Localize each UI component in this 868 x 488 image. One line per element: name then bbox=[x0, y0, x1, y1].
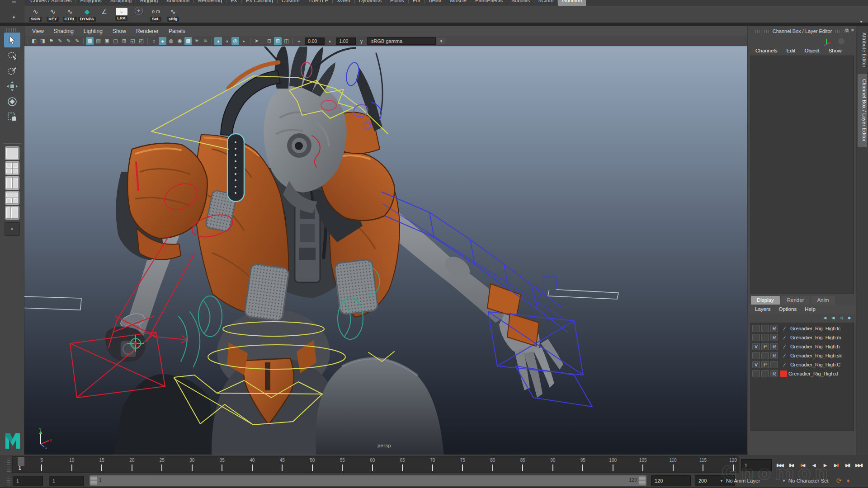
range-slider-grip[interactable] bbox=[7, 476, 10, 486]
range-handle-end[interactable] bbox=[639, 476, 646, 485]
layer-playback-toggle[interactable]: P bbox=[761, 343, 769, 350]
viewport-canvas[interactable]: persp Y x z bbox=[24, 46, 747, 455]
channel-box-titlebar[interactable]: Channel Box / Layer Editor ⧉ ✕ bbox=[748, 26, 856, 36]
scale-tool[interactable] bbox=[4, 109, 20, 124]
layer-name[interactable]: Grenadier_Rig_High:m bbox=[790, 335, 841, 340]
lights-icon[interactable]: ◉ bbox=[176, 37, 184, 45]
menu-fur[interactable]: Fur bbox=[409, 0, 425, 6]
dropdown-arrow-icon[interactable]: ▼ bbox=[437, 38, 445, 44]
timeline-grip[interactable] bbox=[7, 457, 10, 472]
side-tab-channel-box-layer-editor[interactable]: Channel Box / Layer Editor bbox=[858, 74, 867, 147]
shelf-button-dynpa[interactable]: ◆DYNPA bbox=[79, 6, 95, 23]
toolbox-grip[interactable] bbox=[6, 28, 18, 32]
channelbox-menu-edit[interactable]: Edit bbox=[782, 48, 800, 53]
layer-visible-toggle[interactable]: V bbox=[752, 343, 760, 350]
wireframe-on-shaded-icon[interactable]: ▩ bbox=[184, 37, 192, 45]
menu-dynamics[interactable]: Dynamics bbox=[355, 0, 386, 6]
layout-single-button[interactable] bbox=[5, 146, 19, 160]
menu-curves-surfaces[interactable]: Curves / Surfaces bbox=[26, 0, 75, 6]
safe-title-icon[interactable]: ◰ bbox=[137, 37, 145, 45]
menu-ncloth[interactable]: nCloth bbox=[534, 0, 557, 6]
layer-playback-toggle[interactable] bbox=[761, 352, 769, 359]
menu-gnomon[interactable]: Gnomon bbox=[558, 0, 586, 6]
current-time-marker[interactable] bbox=[18, 457, 24, 466]
layer-visible-toggle[interactable] bbox=[752, 334, 760, 341]
menu-xgen[interactable]: XGen bbox=[333, 0, 354, 6]
layout-three-button[interactable] bbox=[5, 191, 19, 205]
image-plane-icon[interactable]: ◫ bbox=[283, 37, 290, 45]
layer-move-down-icon[interactable]: ◀ bbox=[831, 316, 835, 320]
layer-move-up-icon[interactable]: ◀ bbox=[823, 316, 826, 320]
camera-attrs-icon[interactable]: ◨ bbox=[39, 37, 47, 45]
shaded-icon[interactable]: ● bbox=[159, 37, 166, 45]
layer-visible-toggle[interactable] bbox=[752, 352, 760, 359]
anim-start-field[interactable]: 1 bbox=[49, 476, 84, 486]
resolution-gate-icon[interactable]: ▣ bbox=[103, 37, 111, 45]
contrast-icon[interactable]: ◐ bbox=[326, 37, 334, 45]
character-set-icon[interactable]: ✦ bbox=[845, 478, 850, 484]
channelbox-menu-show[interactable]: Show bbox=[824, 48, 846, 53]
shelf-button-key[interactable]: ∿KEY bbox=[44, 6, 61, 23]
layer-swatch[interactable]: ∕ bbox=[780, 361, 789, 368]
exposure-value-field[interactable]: 0.00 bbox=[305, 38, 325, 45]
contrast-value-field[interactable]: 1.00 bbox=[336, 38, 356, 45]
viewport-menu-show[interactable]: Show bbox=[108, 28, 131, 34]
layout-two-button[interactable] bbox=[5, 176, 19, 190]
multi-copy-icon[interactable]: ⊞ bbox=[274, 37, 282, 45]
character-set-selector[interactable]: No Character Set bbox=[788, 478, 835, 483]
menu-sculpting[interactable]: Sculpting bbox=[106, 0, 136, 6]
layer-tab-render[interactable]: Render bbox=[781, 296, 810, 305]
layer-render-toggle[interactable]: R bbox=[770, 370, 778, 377]
layer-swatch[interactable]: ∕ bbox=[780, 334, 789, 341]
snapshot-icon[interactable]: ⊟ bbox=[265, 37, 273, 45]
menu-rigging[interactable]: Rigging bbox=[136, 0, 162, 6]
layer-visible-toggle[interactable] bbox=[752, 370, 760, 377]
menu-fx[interactable]: FX bbox=[226, 0, 241, 6]
auto-keyframe-icon[interactable]: ⟳ bbox=[836, 477, 842, 485]
layout-dropdown[interactable]: ▾ bbox=[5, 222, 20, 236]
menu-muscle[interactable]: Muscle bbox=[446, 0, 471, 6]
default-light-icon[interactable]: ☀ bbox=[193, 37, 201, 45]
bookmark-icon[interactable]: ⚑ bbox=[47, 37, 55, 45]
step-forward-frame-button[interactable]: ▶▮ bbox=[842, 459, 853, 471]
range-slider[interactable]: 1 120 bbox=[90, 475, 646, 486]
menu-fx-caching[interactable]: FX Caching bbox=[242, 0, 277, 6]
select-tool-icon[interactable]: ➤ bbox=[253, 37, 260, 45]
time-slider[interactable]: 5101520253035404550556065707580859095100… bbox=[12, 456, 739, 473]
playback-end-field[interactable]: 120 bbox=[651, 475, 691, 486]
layer-playback-toggle[interactable] bbox=[761, 325, 769, 332]
exposure-icon[interactable]: + bbox=[295, 37, 303, 45]
viewport-menu-panels[interactable]: Panels bbox=[164, 28, 190, 34]
fog-icon[interactable]: ≋ bbox=[202, 37, 209, 45]
side-tab-attribute-editor[interactable]: Attribute Editor bbox=[858, 27, 867, 73]
xray-joints-icon[interactable]: ◑ bbox=[223, 37, 231, 45]
menu-rendering[interactable]: Rendering bbox=[194, 0, 226, 6]
layer-row[interactable]: VP∕Grenadier_Rig_High:C bbox=[751, 360, 854, 369]
viewport-menu-renderer[interactable]: Renderer bbox=[131, 28, 164, 34]
collapse-arrow-icon[interactable]: ▼ bbox=[859, 20, 863, 24]
channelbox-menu-channels[interactable]: Channels bbox=[751, 48, 782, 53]
menu-nhair[interactable]: nHair bbox=[425, 0, 445, 6]
layer-visible-toggle[interactable] bbox=[752, 325, 760, 332]
layer-render-toggle[interactable]: R bbox=[770, 325, 778, 332]
layer-visible-toggle[interactable]: V bbox=[752, 361, 760, 368]
layer-playback-toggle[interactable]: P bbox=[761, 361, 769, 368]
camera-icon[interactable]: ◧ bbox=[30, 37, 38, 45]
gate-mask-icon[interactable]: ▢ bbox=[112, 37, 119, 45]
layer-row[interactable]: R∕Grenadier_Rig_High:m bbox=[751, 333, 854, 342]
layer-name[interactable]: Grenadier_Rig_High:C bbox=[790, 362, 840, 367]
character-set-dropdown-icon[interactable]: ▼ bbox=[782, 479, 786, 483]
panel-grip[interactable] bbox=[755, 30, 769, 33]
isolate-icon[interactable]: ◎ bbox=[231, 37, 239, 45]
film-gate-icon[interactable]: ▤ bbox=[94, 37, 102, 45]
shelf-button-srig[interactable]: ∿sRig bbox=[165, 6, 181, 23]
grease-pencil-icon[interactable]: ✎ bbox=[56, 37, 64, 45]
channelbox-menu-object[interactable]: Object bbox=[800, 48, 824, 53]
layer-menu-help[interactable]: Help bbox=[801, 306, 820, 312]
close-icon[interactable]: ✕ bbox=[851, 28, 854, 33]
gamma-icon[interactable]: γ bbox=[358, 37, 365, 45]
shelf-button-dashed-circle[interactable]: ✚ bbox=[130, 6, 147, 23]
layer-render-toggle[interactable]: R bbox=[770, 334, 778, 341]
menu-custom[interactable]: Custom bbox=[278, 0, 304, 6]
shelf-button-ctrl[interactable]: ∿CTRL bbox=[61, 6, 78, 23]
